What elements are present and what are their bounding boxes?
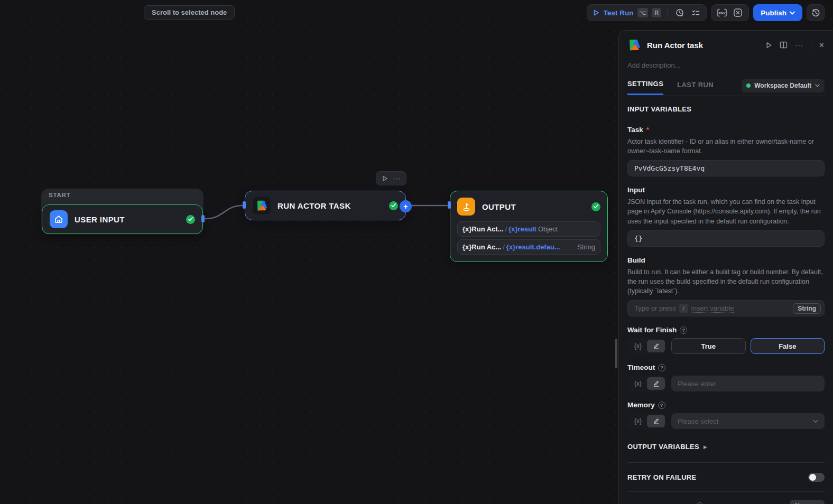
build-input[interactable]: Type or press / insert variable String xyxy=(627,300,825,316)
version-history-button[interactable] xyxy=(807,4,825,21)
memory-label: Memory ? xyxy=(627,401,825,409)
run-actor-task-input-port[interactable] xyxy=(243,201,246,209)
play-icon xyxy=(593,9,600,16)
task-label: Task * xyxy=(627,126,825,134)
pencil-icon xyxy=(653,380,660,387)
edit-mode-button[interactable] xyxy=(647,340,665,352)
variable-source: {x}Run Ac... xyxy=(462,243,501,251)
memory-control: {x} Please select xyxy=(627,413,825,429)
finish-flag-icon xyxy=(457,198,475,216)
workspace-status-dot xyxy=(746,83,751,88)
variable-type: String xyxy=(577,243,595,251)
node-play-icon[interactable] xyxy=(382,175,388,182)
shortcut-r-key: R xyxy=(652,8,661,17)
wait-true-button[interactable]: True xyxy=(671,338,746,354)
panel-title: Run Actor task xyxy=(647,41,765,50)
build-description: Build to run. It can be either a build t… xyxy=(627,267,825,296)
node-more-icon[interactable]: ··· xyxy=(393,175,401,182)
user-input-node[interactable]: USER INPUT xyxy=(42,204,203,234)
timeout-control: {x} xyxy=(627,376,825,391)
panel-resize-handle[interactable] xyxy=(615,339,617,368)
output-node[interactable]: OUTPUT {x}Run Act... / {x}result Object … xyxy=(450,191,608,262)
chevron-down-icon xyxy=(790,11,795,15)
help-icon[interactable]: ? xyxy=(658,364,665,371)
variable-type: Object xyxy=(538,225,558,233)
panel-header: Run Actor task ··· ✕ xyxy=(627,38,825,52)
error-handling-heading-wrap: ERROR HANDLING ? xyxy=(627,502,704,504)
output-input-port[interactable] xyxy=(448,201,451,209)
required-asterisk: * xyxy=(646,126,649,134)
variable-separator: / xyxy=(503,243,505,251)
json-input[interactable] xyxy=(627,230,825,247)
error-handling-select[interactable]: None xyxy=(790,500,825,504)
history-clock-icon xyxy=(811,8,820,17)
value-mode-segmented-control: {x} xyxy=(627,376,667,391)
memory-select-placeholder: Please select xyxy=(678,417,718,425)
output-variable-row[interactable]: {x}Run Act... / {x}result Object xyxy=(457,221,600,237)
variable-mode-button[interactable]: {x} xyxy=(629,417,647,425)
workspace-label: Workspace Default xyxy=(754,82,811,89)
input-label: Input xyxy=(627,186,825,194)
env-variables-icon[interactable]: ENV xyxy=(716,6,728,19)
run-node-icon[interactable] xyxy=(765,42,772,49)
variable-x-icon[interactable] xyxy=(732,6,744,19)
build-type-badge: String xyxy=(793,303,821,314)
tab-last-run[interactable]: LAST RUN xyxy=(677,81,714,95)
tab-settings[interactable]: SETTINGS xyxy=(627,80,663,95)
scroll-to-selected-node-button[interactable]: Scroll to selected node xyxy=(144,5,235,20)
wait-false-button[interactable]: False xyxy=(751,338,825,354)
publish-button[interactable]: Publish xyxy=(753,4,802,21)
task-input[interactable] xyxy=(627,160,825,176)
build-label: Build xyxy=(627,256,825,264)
user-input-output-port[interactable] xyxy=(201,215,205,222)
output-variables-section-toggle[interactable]: OUTPUT VARIABLES ▶ xyxy=(627,443,825,451)
help-icon[interactable]: ? xyxy=(658,402,665,409)
output-variable-list: {x}Run Act... / {x}result Object {x}Run … xyxy=(457,221,600,255)
edit-mode-button[interactable] xyxy=(647,377,665,390)
close-icon[interactable]: ✕ xyxy=(819,41,825,49)
wait-for-finish-control: {x} True False xyxy=(627,338,825,354)
variable-path: {x}result.defau... xyxy=(506,243,560,251)
output-valid-check-icon xyxy=(591,202,600,211)
run-history-icon[interactable] xyxy=(673,6,686,19)
value-mode-segmented-control: {x} xyxy=(627,413,667,429)
retry-on-failure-toggle[interactable] xyxy=(808,473,825,482)
run-actor-task-node[interactable]: RUN ACTOR TASK + xyxy=(245,191,406,220)
output-variables-heading: OUTPUT VARIABLES xyxy=(627,443,699,451)
error-handling-heading: ERROR HANDLING xyxy=(627,502,692,504)
test-run-button[interactable]: Test Run ⌥ R xyxy=(591,8,662,17)
input-label-text: Input xyxy=(627,186,645,194)
section-divider xyxy=(627,491,825,492)
chevron-down-icon xyxy=(813,419,818,423)
add-next-node-button[interactable]: + xyxy=(400,200,412,212)
variable-mode-button[interactable]: {x} xyxy=(629,380,647,387)
retry-on-failure-heading: RETRY ON FAILURE xyxy=(627,473,696,481)
shortcut-option-key: ⌥ xyxy=(637,8,649,17)
description-placeholder[interactable]: Add description... xyxy=(627,61,825,69)
home-icon xyxy=(50,210,68,228)
timeout-input[interactable] xyxy=(671,376,825,391)
build-placeholder-prefix: Type or press xyxy=(634,304,676,312)
variable-mode-button[interactable]: {x} xyxy=(629,342,647,350)
help-icon[interactable]: ? xyxy=(680,326,687,334)
workspace-selector[interactable]: Workspace Default xyxy=(742,79,825,92)
timeout-label: Timeout ? xyxy=(627,363,825,371)
output-variable-row[interactable]: {x}Run Ac... / {x}result.defau... String xyxy=(457,239,600,255)
value-mode-segmented-control: {x} xyxy=(627,338,667,354)
node-settings-panel: Run Actor task ··· ✕ Add description... … xyxy=(618,30,833,504)
edit-mode-button[interactable] xyxy=(647,415,665,427)
panel-more-icon[interactable]: ··· xyxy=(795,41,803,49)
error-handling-row: ERROR HANDLING ? None xyxy=(627,499,825,504)
publish-label: Publish xyxy=(761,9,786,17)
toolbar-divider xyxy=(668,8,668,17)
output-node-title: OUTPUT xyxy=(482,202,591,211)
task-label-text: Task xyxy=(627,126,643,134)
docs-book-icon[interactable] xyxy=(780,41,788,49)
retry-on-failure-row: RETRY ON FAILURE xyxy=(627,470,825,484)
checklist-icon[interactable] xyxy=(689,6,702,19)
collapse-triangle-icon: ▶ xyxy=(704,444,707,450)
toggle-knob xyxy=(809,474,816,481)
panel-tabs: SETTINGS LAST RUN Workspace Default xyxy=(627,79,825,96)
memory-select[interactable]: Please select xyxy=(671,413,825,429)
user-input-node-title: USER INPUT xyxy=(75,215,186,224)
